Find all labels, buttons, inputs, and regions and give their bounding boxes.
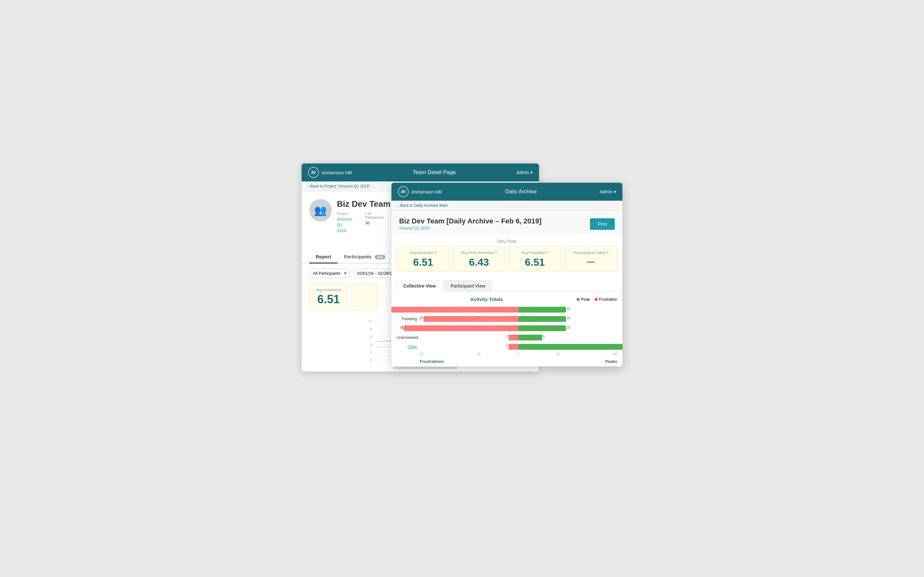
traveling-peak-bar [519,316,566,322]
view-tabs: Collective View Participant View [391,277,622,292]
user-menu-back[interactable]: Admin ▾ [516,170,533,175]
logo-area: in Immersion HR [308,167,352,178]
archive-subtitle: Amazon Q1 2019 [399,226,541,230]
meta-participants: # of Participants 30 [365,211,383,243]
front-topbar: in Immersion HR Daily Archive Admin ▾ [391,183,622,201]
unanswered-peak-val: 5 [543,335,545,338]
avg-immersion-value-back: 6.51 [316,293,341,305]
planning-frustration-val: 24 [400,326,403,329]
svg-text:10: 10 [368,319,372,324]
legend-peak: Peak [577,297,590,301]
daily-archive-panel: in Immersion HR Daily Archive Admin ▾ Ba… [391,183,622,366]
participants-value: 30 [365,221,370,226]
other-frustration-bar [509,344,519,350]
metric-avg-frustration: Avg Frustration ℹ 6.51 [508,246,561,271]
info-icon-1: ℹ [495,250,497,255]
mc-label-1: Avg Peak Immersion ℹ [458,250,500,255]
back-topbar: in Immersion HR Team Detail Page Admin ▾ [302,163,539,181]
planning-bars: 24 10 [420,325,617,332]
mc-value-0: 6.51 [402,257,444,268]
svg-text:0: 0 [370,358,372,362]
project-link[interactable]: Amazon Q1 2019 [337,217,352,233]
participant-filter[interactable]: All Participants [309,269,350,278]
app-name-front: Immersion HR [411,189,442,195]
user-menu-front[interactable]: Admin ▾ [599,189,616,194]
mc-value-2: 6.51 [514,257,556,268]
info-icon-2: ℹ [547,250,548,255]
breadcrumb-front[interactable]: Back to Daily Archives Main [391,201,622,211]
bar-row-other: Other 2 22 [420,343,617,351]
unanswered-frustration-val: 2 [506,335,508,338]
chart-legend: Peak Frustration [577,297,617,301]
svg-text:8: 8 [370,327,372,331]
metric-psych-safety: Psychological Safety ℹ — [564,246,617,271]
planning-frustration-bar [404,326,519,331]
app-name-back: Immersion HR [321,170,352,175]
page-title-back: Team Detail Page [413,169,456,176]
peak-label: Peak [581,297,590,301]
mc-label-3: Psychological Safety ℹ [569,250,612,255]
avg-immersion-label-back: Avg Immersion [316,288,341,292]
bar-row-planning: Planning 24 10 [420,324,617,332]
logo-icon-front: in [398,186,409,197]
info-icon-back: ℹ [340,288,341,292]
daily-totals-label: Daily Totals [391,235,622,246]
bar-label-traveling: Traveling [397,317,420,321]
other-peak-bar [519,344,622,350]
project-label: Project [337,211,352,215]
other-bars: 2 22 [420,343,617,350]
mc-label-0: Avg Immersion ℹ [402,250,444,255]
meta-project: Project Amazon Q1 2019 [337,211,352,243]
x-label-0: 0 [499,352,538,356]
traveling-peak-val: 10 [567,316,570,320]
tab-participant-view[interactable]: Participant View [444,280,492,291]
activity-section: Activity Totals Peak Frustration [391,292,622,366]
peak-dot [577,298,580,301]
info-icon-0: ℹ [435,250,436,255]
tab-collective-view[interactable]: Collective View [397,280,443,292]
unanswered-frustration-bar [509,335,519,340]
bar-row-email: Email 28 10 [420,306,617,314]
bar-row-unanswered: Unanswered 2 5 [420,334,617,342]
x-label-25-left: 25 [459,352,499,356]
traveling-bars: 20 10 [420,316,617,322]
email-frustration-bar [391,307,519,313]
scroll-indicator[interactable] [393,367,457,369]
traveling-frustration-val: 20 [419,316,423,320]
secondary-card-back [352,283,377,310]
unanswered-bars: 2 5 [420,334,617,341]
tab-report[interactable]: Report [309,251,338,263]
avatar-icon: 👥 [314,204,327,216]
email-peak-val: 10 [567,307,570,311]
metric-cards-front: Avg Immersion ℹ 6.51 Avg Peak Immersion … [391,246,622,277]
frustration-dot [594,298,598,301]
tab-participants[interactable]: Participants 500 [338,251,391,263]
archive-header: Biz Dev Team [Daily Archive – Feb 6, 201… [391,211,622,235]
planning-peak-bar [519,326,566,331]
archive-title: Biz Dev Team [Daily Archive – Feb 6, 201… [399,217,541,226]
print-button[interactable]: Print [590,218,615,230]
bar-label-other[interactable]: Other [397,345,420,349]
activity-title-row: Activity Totals Peak Frustration [397,297,617,302]
unanswered-peak-bar [519,335,542,340]
frustration-label: Frustration [599,297,617,301]
frustrations-bottom-label: Frustrations [420,359,519,364]
participants-label: # of Participants [365,211,383,219]
x-label-25-right: 25 [538,352,578,356]
peaks-bottom-label: Peaks [519,359,617,364]
avg-immersion-card-back: ℹ Avg Immersion 6.51 [309,283,348,310]
metric-avg-immersion: Avg Immersion ℹ 6.51 [397,246,450,271]
archive-title-area: Biz Dev Team [Daily Archive – Feb 6, 201… [399,217,541,230]
planning-peak-val: 10 [567,326,570,329]
mc-label-2: Avg Frustration ℹ [514,250,556,255]
activity-title: Activity Totals [397,297,577,302]
svg-text:4: 4 [370,343,372,347]
email-bars: 28 10 [420,306,617,313]
x-axis-labels: 50 25 0 25 +50 [420,352,617,356]
traveling-frustration-bar [423,316,519,322]
mc-value-1: 6.43 [458,257,500,268]
bar-label-unanswered: Unanswered [397,335,420,340]
page-title-front: Daily Archive [505,189,537,195]
legend-frustration: Frustration [594,297,617,301]
x-label-plus50: +50 [578,352,617,356]
